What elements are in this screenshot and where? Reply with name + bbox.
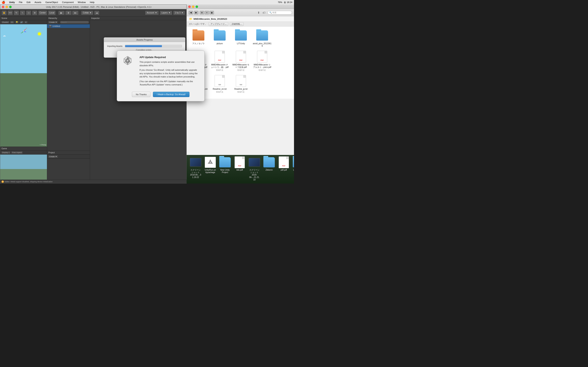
desktop-item-icon xyxy=(263,157,275,168)
cloud-button[interactable]: ☁ xyxy=(94,11,99,15)
scene-tab-label[interactable]: Scene xyxy=(1,17,7,19)
close-button[interactable] xyxy=(2,6,4,8)
step-button[interactable]: ⏭ xyxy=(72,11,79,15)
desktop-grid: スクリーンショット2018-06-...3 1.19.22 xyxy=(187,155,294,183)
desktop-item-icon xyxy=(190,157,201,168)
finder-detail-button[interactable]: 詳細情報... xyxy=(230,22,243,26)
desktop-item-label: Life is Tech! xyxy=(293,169,294,171)
finder-item-aviutl[interactable]: aviutl_plus_20120619 xyxy=(252,28,272,49)
layout-arrow-icon: ▼ xyxy=(181,12,183,14)
desktop-item-unityrun[interactable]: UnityRun.unitypackage xyxy=(205,157,216,174)
layers-dropdown[interactable]: Layers ▼ xyxy=(160,11,172,15)
menu-edit[interactable]: Edit xyxy=(26,1,31,3)
lights-toggle[interactable]: 💡 xyxy=(15,21,19,24)
2d-toggle[interactable]: 2D xyxy=(10,21,14,24)
menu-gameobject[interactable]: GameObject xyxy=(44,1,59,3)
new-unity-folder-icon xyxy=(219,157,231,167)
hierarchy-create-button[interactable]: Create ▼ xyxy=(48,21,58,24)
hierarchy-item-untitled[interactable]: 🎬 Untitled xyxy=(47,24,90,28)
audio-toggle[interactable]: 🔊 xyxy=(19,21,24,24)
finder-item-readme-jp[interactable]: TXT Readme_jp.txt 領域不足 xyxy=(231,74,251,97)
desktop-item-screenshot1[interactable]: スクリーンショット2018-06-...3 1.19.22 xyxy=(190,157,201,179)
finder-item-readme-en[interactable]: TXT Readme_en.txt 領域不足 xyxy=(209,74,230,97)
local-toggle[interactable]: Local xyxy=(48,10,56,15)
finder-maximize[interactable] xyxy=(196,6,198,8)
finder-item-pdf4[interactable]: PDF MMD4Mecanim リアルタイ…ysics.pdf 領域不足 xyxy=(252,49,272,73)
screenshot-file-icon2 xyxy=(249,158,260,167)
finder-view-buttons: ⊞ ≡ ▦ xyxy=(200,11,214,15)
project-tab-label[interactable]: Project xyxy=(48,151,55,154)
move-tool-button[interactable]: ⟺ xyxy=(8,10,13,15)
finder-item-icon: PDF xyxy=(256,50,268,63)
menu-unity[interactable]: Unity xyxy=(8,1,16,3)
finder-search-bar[interactable]: 🔍 検索 xyxy=(268,11,292,15)
hierarchy-header: Hierarchy xyxy=(47,17,90,20)
finder-share-icon[interactable]: ⬆ xyxy=(257,11,260,15)
inspector-tab-label[interactable]: Inspector xyxy=(91,17,100,19)
scene-toolbar: Shaded 2D 💡 🔊 ✦ xyxy=(0,20,47,24)
game-tab-label[interactable]: Game xyxy=(1,147,7,150)
finder-list-view[interactable]: ≡ xyxy=(205,11,209,15)
account-dropdown[interactable]: Account ▼ xyxy=(145,11,159,15)
shaded-dropdown[interactable]: Shaded xyxy=(1,21,9,24)
game-view: Game Display 1 Free Aspect xyxy=(0,147,47,183)
api-dialog-para3: (You can always run the API Updater manu… xyxy=(139,80,199,86)
pause-button[interactable]: ⏸ xyxy=(65,11,72,15)
hierarchy-tab-label[interactable]: Hierarchy xyxy=(48,17,57,19)
window-title: Unity 2017.3.1f1 Personal (64bit) - Unti… xyxy=(13,6,185,8)
project-panel: Project Create ▼ xyxy=(47,151,90,183)
desktop-item-kkk[interactable]: PDF kkk.pdf xyxy=(234,157,245,171)
menu-file[interactable]: File xyxy=(18,1,24,3)
display-dropdown[interactable]: Display 1 xyxy=(1,151,11,154)
menu-help[interactable]: Help xyxy=(89,1,95,3)
finder-close[interactable] xyxy=(188,6,191,8)
menu-assets[interactable]: Assets xyxy=(34,1,42,3)
finder-item-pdf3[interactable]: PDF MMD4Mecanim モーフ拡張.pdf 領域不足 xyxy=(231,49,251,73)
rect-tool-button[interactable]: ▭ xyxy=(26,10,31,15)
finder-item-label: MMD4Mecanim リアルタイ…ysics.pdf xyxy=(253,64,272,68)
maximize-button[interactable] xyxy=(9,6,12,8)
apple-menu[interactable]: 🍎 xyxy=(2,1,5,4)
finder-tag-icon[interactable]: 🏷 xyxy=(262,11,266,15)
desktop-item-lifeistech[interactable]: Life is Tech! xyxy=(293,157,294,171)
finder-icon-view[interactable]: ⊞ xyxy=(200,11,204,15)
finder-item-picture[interactable]: picture xyxy=(209,28,230,49)
finder-upgrade-button[interactable]: アップグレード... xyxy=(209,22,228,26)
effects-toggle[interactable]: ✦ xyxy=(24,21,28,24)
api-dialog-para2: If you choose 'Go Ahead', Unity will aut… xyxy=(139,68,199,78)
finder-item-litunity[interactable]: LiT!Unity xyxy=(231,28,251,49)
desktop-item-icon: PDF xyxy=(278,157,290,168)
finder-item-asunoyo[interactable]: アスノヨゾラ xyxy=(188,28,209,49)
menu-component[interactable]: Component xyxy=(61,1,75,3)
scale-tool-button[interactable]: ⤡ xyxy=(20,10,25,15)
play-button[interactable]: ▶ xyxy=(58,11,65,15)
finder-item-label: picture xyxy=(210,42,229,45)
minimize-button[interactable] xyxy=(6,6,8,8)
clock: 金 18:24 xyxy=(284,1,292,4)
layout-dropdown[interactable]: 2 by 3 ▼ xyxy=(173,11,185,15)
transform-tool-button[interactable]: ⊕ xyxy=(32,10,37,15)
finder-minimize[interactable] xyxy=(192,6,194,8)
project-create-button[interactable]: Create ▼ xyxy=(48,155,58,158)
rotate-tool-button[interactable]: ↻ xyxy=(14,10,19,15)
no-thanks-button[interactable]: No Thanks xyxy=(132,92,150,97)
progress-bar-fill xyxy=(125,45,162,47)
desktop-item-pdfpdf[interactable]: PDF pdf.pdf xyxy=(278,157,290,171)
finder-item-pdf2[interactable]: PDF MMD4Mecanim チュートリ…篇）.pdf 領域不足 xyxy=(209,49,230,73)
finder-forward-button[interactable]: ▶ xyxy=(194,11,199,15)
screenshot-file-icon xyxy=(190,158,201,167)
assets-progress-title: Assets Progress xyxy=(104,38,185,42)
finder-back-button[interactable]: ◀ xyxy=(189,11,193,15)
hierarchy-scene-label: Untitled xyxy=(52,25,60,27)
hand-tool-button[interactable]: ✋ xyxy=(1,10,7,15)
desktop-item-zikkenn[interactable]: Zikkenn xyxy=(263,157,275,171)
aspect-dropdown[interactable]: Free Aspect xyxy=(11,151,23,154)
desktop-item-new-unity[interactable]: New Unity Project xyxy=(219,157,231,174)
finder-column-view[interactable]: ▦ xyxy=(209,11,214,15)
desktop-item-screenshot2[interactable]: スクリーンショット2018-06-...21.21.10 xyxy=(249,157,260,181)
menu-window[interactable]: Window xyxy=(77,1,86,3)
center-toggle[interactable]: Center xyxy=(38,10,47,15)
go-ahead-button[interactable]: I Made a Backup. Go Ahead! xyxy=(153,92,190,97)
collab-dropdown[interactable]: Collab ▼ xyxy=(81,11,93,15)
hierarchy-search-input[interactable] xyxy=(60,21,89,24)
